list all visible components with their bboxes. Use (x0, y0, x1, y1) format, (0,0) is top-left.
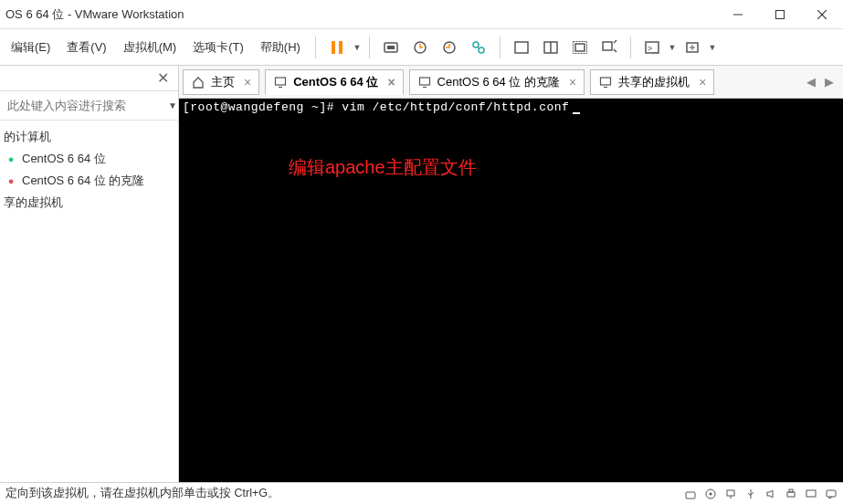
usb-icon[interactable] (744, 488, 757, 500)
main: 主页 × CentOS 6 64 位 × CentOS 6 64 位 的克隆 × (179, 66, 843, 482)
sound-icon[interactable] (764, 488, 777, 500)
terminal-line: [root@wangdefeng ~]# vim /etc/httpd/conf… (183, 100, 839, 114)
printer-icon[interactable] (785, 488, 797, 500)
minimize-button[interactable] (717, 0, 759, 29)
sidebar: ✕ ▼ 的计算机 ● CentOS 6 64 位 ● CentOS 6 64 位… (0, 66, 179, 482)
svg-rect-38 (827, 490, 836, 497)
statusbar: 定向到该虚拟机，请在虚拟机内部单击或按 Ctrl+G。 (0, 482, 843, 504)
body: ✕ ▼ 的计算机 ● CentOS 6 64 位 ● CentOS 6 64 位… (0, 66, 843, 482)
titlebar: OS 6 64 位 - VMware Workstation (0, 0, 843, 29)
sidebar-header: ✕ (0, 66, 178, 91)
menu-view[interactable]: 查看(V) (59, 36, 113, 59)
tab-home[interactable]: 主页 × (183, 69, 259, 95)
search-row: ▼ (0, 91, 178, 121)
svg-rect-37 (806, 490, 816, 497)
stretch-icon[interactable] (679, 34, 706, 61)
menu-tabs[interactable]: 选项卡(T) (185, 36, 251, 59)
tab-close-icon[interactable]: × (699, 75, 706, 89)
tree-label: 享的虚拟机 (4, 194, 63, 211)
tab-next-icon[interactable]: ▶ (821, 73, 838, 90)
window-title: OS 6 64 位 - VMware Workstation (5, 6, 184, 23)
show-console-icon[interactable] (508, 34, 535, 61)
svg-rect-16 (575, 44, 585, 51)
tab-close-icon[interactable]: × (244, 75, 251, 89)
console-dropdown[interactable]: ▼ (668, 43, 677, 52)
message-icon[interactable] (825, 488, 838, 500)
tab-label: CentOS 6 64 位 的克隆 (437, 74, 560, 90)
manage-snapshot-icon[interactable] (465, 34, 492, 61)
tab-centos[interactable]: CentOS 6 64 位 × (265, 69, 403, 95)
terminal[interactable]: [root@wangdefeng ~]# vim /etc/httpd/conf… (179, 99, 843, 482)
vm-stopped-icon: ● (4, 173, 18, 188)
menu-vm[interactable]: 虚拟机(M) (116, 36, 184, 59)
tree-label: CentOS 6 64 位 的克隆 (22, 173, 144, 189)
tab-close-icon[interactable]: × (387, 75, 395, 89)
tab-centos-clone[interactable]: CentOS 6 64 位 的克隆 × (409, 69, 585, 95)
display-icon[interactable] (805, 488, 817, 500)
send-ctrlaltdel-icon[interactable] (377, 34, 405, 61)
vm-running-icon: ● (4, 152, 18, 166)
menu-edit[interactable]: 编辑(E) (4, 36, 58, 59)
network-icon[interactable] (724, 488, 737, 500)
tree-item-centos-clone[interactable]: ● CentOS 6 64 位 的克隆 (0, 170, 178, 192)
suspend-dropdown[interactable]: ▼ (353, 43, 362, 52)
tree-item-centos[interactable]: ● CentOS 6 64 位 (0, 148, 178, 170)
window-controls (717, 0, 843, 29)
separator (630, 37, 631, 58)
vm-icon (417, 75, 432, 89)
tab-label: 主页 (211, 74, 235, 90)
svg-text:>_: >_ (648, 44, 658, 53)
tab-close-icon[interactable]: × (569, 75, 576, 89)
stretch-dropdown[interactable]: ▼ (708, 43, 717, 52)
svg-point-32 (710, 492, 712, 495)
cursor-icon (573, 112, 580, 114)
console-toggle-icon[interactable]: >_ (638, 34, 666, 61)
svg-rect-28 (601, 78, 611, 85)
annotation-text: 编辑apache主配置文件 (289, 155, 477, 180)
disk-icon[interactable] (684, 488, 697, 500)
tab-prev-icon[interactable]: ◀ (803, 73, 819, 90)
suspend-icon[interactable] (323, 34, 351, 61)
svg-rect-24 (276, 78, 286, 85)
tree-item-mycomputer[interactable]: 的计算机 (0, 126, 178, 148)
vm-icon (598, 75, 613, 89)
svg-rect-7 (387, 46, 395, 49)
status-message: 定向到该虚拟机，请在虚拟机内部单击或按 Ctrl+G。 (5, 486, 279, 501)
revert-snapshot-icon[interactable] (436, 34, 463, 61)
tabs-nav: ◀ ▶ (803, 73, 843, 90)
svg-rect-36 (789, 489, 793, 492)
tab-shared[interactable]: 共享的虚拟机 × (590, 69, 714, 95)
separator (315, 37, 316, 58)
status-icons (684, 488, 838, 500)
close-sidebar-icon[interactable]: ✕ (153, 68, 173, 89)
tree-label: 的计算机 (4, 129, 51, 145)
menu-help[interactable]: 帮助(H) (253, 36, 308, 59)
svg-rect-35 (787, 492, 795, 497)
svg-rect-1 (776, 10, 785, 18)
library-tree: 的计算机 ● CentOS 6 64 位 ● CentOS 6 64 位 的克隆… (0, 121, 178, 482)
home-icon (191, 75, 205, 89)
tab-label: 共享的虚拟机 (618, 74, 690, 90)
snapshot-icon[interactable] (406, 34, 434, 61)
menubar: 编辑(E) 查看(V) 虚拟机(M) 选项卡(T) 帮助(H) ▼ >_ ▼ ▼ (0, 29, 843, 66)
svg-rect-18 (603, 42, 612, 50)
terminal-prompt-text: [root@wangdefeng ~]# vim /etc/httpd/conf… (183, 100, 569, 114)
svg-rect-5 (339, 41, 342, 54)
fullscreen-icon[interactable] (566, 34, 594, 61)
cd-icon[interactable] (704, 488, 717, 500)
svg-line-20 (614, 49, 616, 52)
maximize-button[interactable] (759, 0, 801, 29)
separator (369, 37, 370, 58)
separator (500, 37, 501, 58)
tree-item-shared[interactable]: 享的虚拟机 (0, 192, 178, 214)
tab-label: CentOS 6 64 位 (293, 74, 378, 90)
vm-icon (273, 75, 288, 89)
close-button[interactable] (801, 0, 843, 29)
svg-rect-33 (727, 490, 734, 496)
split-view-icon[interactable] (537, 34, 564, 61)
svg-line-19 (614, 40, 616, 43)
search-input[interactable] (4, 95, 164, 116)
svg-rect-13 (515, 42, 528, 53)
svg-rect-30 (686, 492, 695, 499)
unity-icon[interactable] (595, 34, 623, 61)
